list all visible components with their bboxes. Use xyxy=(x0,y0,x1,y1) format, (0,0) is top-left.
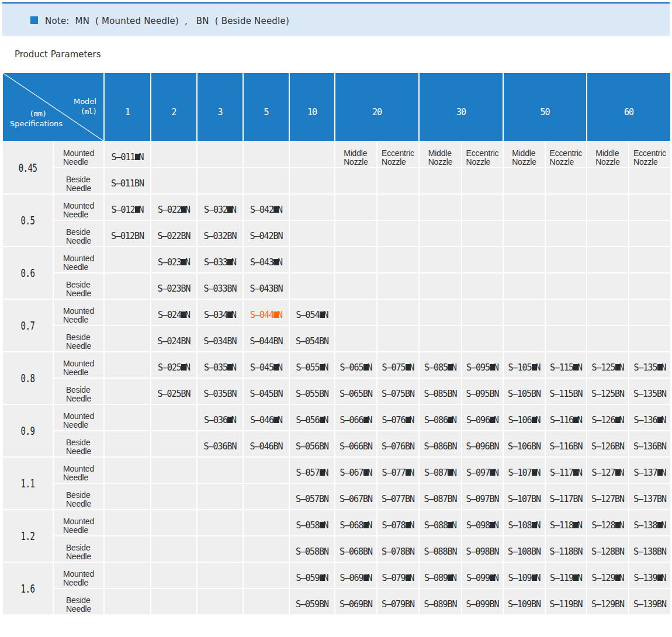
model-code-text: S–127BN xyxy=(591,494,624,504)
m-glyph-block: M xyxy=(320,311,325,318)
table-row-1.2-mn: 1.2Mounted NeedleS–058MNS–068MNS–078MNS–… xyxy=(3,510,670,535)
table-row-0.7-bn: Beside NeedleS–024BNS–034BNS–044BNS–054B… xyxy=(3,326,670,351)
empty-cell xyxy=(377,247,418,272)
model-code-text: S–128BN xyxy=(591,546,624,557)
needle-type-label: Beside Needle xyxy=(66,386,91,403)
model-code-cell: S–085BN xyxy=(420,379,461,404)
m-glyph-block: M xyxy=(615,364,621,371)
m-glyph-block: M xyxy=(273,259,279,265)
needle-type-label: Mounted Needle xyxy=(63,570,94,587)
empty-cell xyxy=(420,247,461,272)
nozzle-type-cell: Middle Nozzle xyxy=(420,142,461,167)
table-row-0.8-mn: 0.8Mounted NeedleS–025MNS–035MNS–045MNS–… xyxy=(3,352,670,378)
model-code-text: S–108BN xyxy=(508,546,541,557)
m-glyph-block: M xyxy=(320,364,325,371)
model-code-text: S–099BN xyxy=(466,599,498,610)
m-glyph-block: M xyxy=(448,469,453,476)
model-code-text: S–125BN xyxy=(591,389,624,399)
m-glyph-block: M xyxy=(532,574,537,581)
m-glyph-block: M xyxy=(227,311,233,318)
model-code-cell: S–068MN xyxy=(335,510,376,535)
model-code-cell: S–067BN xyxy=(335,484,376,509)
model-code-text: S–139BN xyxy=(633,599,666,610)
needle-type-cell: Beside Needle xyxy=(54,221,103,246)
model-code-text: S–108MN xyxy=(508,520,540,531)
empty-cell xyxy=(504,221,545,246)
empty-cell xyxy=(105,352,150,378)
table-row-0.6-mn: 0.6Mounted NeedleS–023MNS–033MNS–043MN xyxy=(3,247,670,272)
m-glyph-block: M xyxy=(320,469,325,476)
model-code-text: S–109MN xyxy=(508,573,540,583)
table-row-1.1-bn: Beside NeedleS–057BNS–067BNS–077BNS–087B… xyxy=(3,484,670,509)
m-glyph-block: M xyxy=(532,417,537,423)
model-code-text: S–087BN xyxy=(424,494,456,504)
model-code-text: S–118BN xyxy=(549,546,582,557)
model-code-text: S–136MN xyxy=(633,415,666,425)
model-code-text: S–128MN xyxy=(591,520,623,531)
needle-type-cell: Beside Needle xyxy=(54,589,103,614)
empty-cell xyxy=(587,247,628,272)
model-code-text: S–011MN xyxy=(111,152,143,162)
model-code-text: S–058BN xyxy=(296,546,328,557)
model-code-cell: S–108BN xyxy=(504,536,545,562)
m-glyph-block: M xyxy=(273,311,279,318)
model-code-cell: S–067MN xyxy=(335,458,376,483)
column-header-10ml: 10 xyxy=(290,73,334,141)
empty-cell xyxy=(105,589,150,614)
empty-cell xyxy=(105,274,150,299)
model-code-cell: S–045BN xyxy=(244,379,289,404)
model-code-text: S–135MN xyxy=(633,362,666,373)
column-header-50ml: 50 xyxy=(504,73,586,141)
spec-value: 0.9 xyxy=(21,424,35,437)
empty-cell xyxy=(420,274,461,299)
table-row-1.2-bn: Beside NeedleS–058BNS–068BNS–078BNS–088B… xyxy=(3,536,670,562)
needle-type-cell: Beside Needle xyxy=(54,274,103,299)
needle-type-label: Mounted Needle xyxy=(63,254,94,272)
m-glyph-block: M xyxy=(181,259,186,265)
model-code-cell: S–036BN xyxy=(198,431,243,456)
model-code-cell: S–065BN xyxy=(335,379,376,404)
model-code-text: S–046BN xyxy=(250,441,282,452)
empty-cell xyxy=(198,168,243,193)
model-code-cell: S–077BN xyxy=(377,484,418,509)
corner-model-label: Model(ml) xyxy=(74,96,96,116)
model-code-text: S–025BN xyxy=(157,389,190,399)
model-code-cell-highlighted[interactable]: S–044MN xyxy=(244,300,289,325)
model-code-text: S–095BN xyxy=(466,389,498,399)
model-code-cell: S–034BN xyxy=(198,326,243,351)
empty-cell xyxy=(290,274,334,299)
spec-value: 0.7 xyxy=(21,319,35,332)
empty-cell xyxy=(335,195,376,220)
model-code-cell: S–059BN xyxy=(290,589,334,614)
model-code-text: S–079MN xyxy=(382,573,414,583)
note-bullet-icon xyxy=(30,16,38,24)
model-code-cell: S–135MN xyxy=(629,352,670,378)
needle-type-label: Mounted Needle xyxy=(63,517,94,535)
model-code-text: S–115MN xyxy=(550,362,582,373)
model-code-text: S–043MN xyxy=(250,257,282,268)
needle-type-cell: Beside Needle xyxy=(54,168,103,193)
model-code-text: S–129BN xyxy=(591,599,624,610)
model-code-cell: S–066BN xyxy=(335,431,376,456)
nozzle-type-label: Middle Nozzle xyxy=(595,149,620,167)
model-code-cell: S–078BN xyxy=(377,536,418,562)
empty-cell xyxy=(151,589,196,614)
needle-type-label: Mounted Needle xyxy=(63,202,94,219)
model-code-text: S–043BN xyxy=(250,283,282,294)
empty-cell xyxy=(335,247,376,272)
model-code-cell: S–055BN xyxy=(290,379,334,404)
empty-cell xyxy=(151,563,196,588)
model-code-cell: S–097BN xyxy=(462,484,503,509)
needle-type-cell: Mounted Needle xyxy=(54,405,103,430)
model-code-cell: S–057BN xyxy=(290,484,334,509)
spec-value: 1.2 xyxy=(21,529,35,542)
model-code-text: S–087MN xyxy=(424,468,456,478)
empty-cell xyxy=(290,247,334,272)
empty-cell xyxy=(546,274,586,299)
empty-cell xyxy=(198,589,243,614)
model-code-cell: S–058BN xyxy=(290,536,334,562)
needle-type-cell: Mounted Needle xyxy=(54,510,103,535)
product-parameters-table: Model(ml)(mm)Specifications1235102030506… xyxy=(2,72,671,615)
needle-type-cell: Mounted Needle xyxy=(54,247,103,272)
model-code-cell: S–012BN xyxy=(105,221,150,246)
